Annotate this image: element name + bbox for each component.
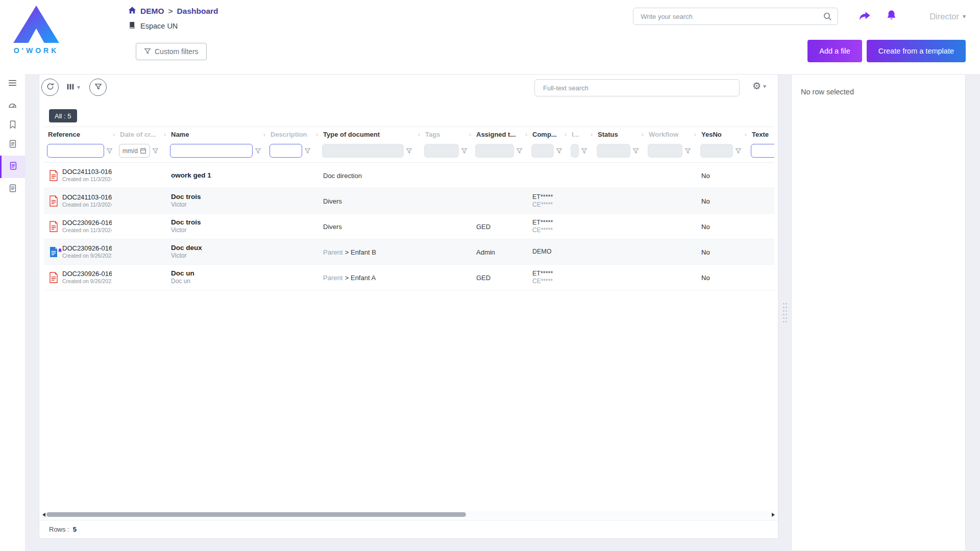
fulltext-search-input[interactable] [534, 79, 740, 96]
panel-resize-handle[interactable] [782, 302, 788, 323]
col-header-assigned[interactable]: Assigned t...› [472, 127, 528, 141]
assigned-cell [472, 163, 528, 188]
assigned-cell: GED [472, 214, 528, 239]
tags-filter-control[interactable] [424, 144, 459, 158]
filter-funnel-icon[interactable] [632, 147, 639, 154]
col-header-reference[interactable]: Reference› [44, 127, 116, 141]
user-role-menu[interactable]: Director ▾ [929, 12, 966, 21]
sidebar-item-dashboard[interactable] [0, 96, 25, 116]
type-filter-control[interactable] [322, 144, 404, 158]
sidebar-item-documents-active[interactable] [0, 156, 25, 178]
status-filter-control[interactable] [597, 144, 630, 158]
menu-toggle[interactable] [0, 74, 25, 93]
filter-funnel-icon[interactable] [406, 147, 412, 154]
notifications-button[interactable] [885, 9, 898, 23]
table-row[interactable]: DOC230926-01610-3 Created on 11/3/2024 1… [44, 214, 774, 239]
workspace-name: Espace UN [140, 22, 178, 30]
tab-all-count[interactable]: All : 5 [49, 109, 77, 122]
global-search-input[interactable] [633, 8, 838, 25]
custom-filters-label: Custom filters [155, 47, 199, 56]
alert-bell-icon [57, 246, 63, 256]
column-settings-button[interactable]: ▾ [64, 79, 82, 96]
home-icon[interactable] [128, 6, 136, 16]
created-date: Created on 11/3/2024 10:25:23 PM [62, 202, 112, 208]
col-header-yesno[interactable]: YesNo› [697, 127, 748, 141]
company-cell: ET*****CE***** [528, 188, 568, 214]
table-row[interactable]: DOC230926-01609-0 Created on 9/26/2023 3… [44, 239, 774, 265]
description-cell [266, 163, 319, 188]
col-header-texte[interactable]: Texte [748, 127, 774, 141]
name-cell: Doc troisVictor [167, 214, 266, 239]
scrollbar-thumb[interactable] [46, 512, 466, 517]
filter-funnel-icon[interactable] [684, 147, 691, 154]
create-from-template-button[interactable]: Create from a template [867, 40, 966, 62]
table-settings-button[interactable]: ⚙ ▾ [752, 80, 766, 92]
texte-cell [748, 265, 774, 290]
i-filter-control[interactable] [571, 144, 579, 158]
filters-button[interactable] [89, 79, 107, 96]
texte-filter-input[interactable] [751, 144, 774, 158]
description-filter-input[interactable] [270, 144, 302, 158]
rows-count: 5 [73, 525, 77, 533]
app-root: O'WORK DEMO > Dashboard Espace UN [0, 0, 980, 551]
breadcrumb-current[interactable]: Dashboard [177, 7, 218, 16]
yesno-cell: No [697, 265, 748, 290]
yesno-cell: No [697, 188, 748, 214]
company-cell: ET*****CE***** [528, 265, 568, 290]
scroll-left-arrow-icon[interactable] [42, 513, 45, 517]
filter-funnel-icon[interactable] [735, 147, 742, 154]
workflow-cell [645, 265, 697, 290]
top-header: O'WORK DEMO > Dashboard Espace UN [0, 0, 980, 74]
custom-filters-button[interactable]: Custom filters [136, 43, 207, 60]
reference-filter-input[interactable] [47, 144, 104, 158]
i-cell [568, 188, 594, 214]
col-header-company[interactable]: Comp...› [528, 127, 568, 141]
filter-funnel-icon[interactable] [516, 147, 523, 154]
yesno-cell: No [697, 163, 748, 188]
col-header-status[interactable]: Status› [594, 127, 645, 141]
share-button[interactable] [857, 9, 872, 24]
table-row[interactable]: DOC230926-01608-0 Created on 9/26/2023 3… [44, 265, 774, 290]
col-header-type[interactable]: Type of document› [319, 127, 421, 141]
company-filter-control[interactable] [531, 144, 554, 158]
assigned-filter-control[interactable] [475, 144, 514, 158]
filter-funnel-icon[interactable] [304, 147, 311, 154]
date-cell [116, 239, 167, 265]
refresh-button[interactable] [41, 79, 59, 96]
add-file-button[interactable]: Add a file [807, 40, 862, 62]
col-header-tags[interactable]: Tags› [421, 127, 472, 141]
filter-funnel-icon[interactable] [556, 147, 562, 154]
col-header-workflow[interactable]: Workflow› [645, 127, 697, 141]
filter-funnel-icon[interactable] [581, 147, 587, 154]
filter-funnel-icon[interactable] [255, 147, 261, 154]
table-row[interactable]: DOC241103-01627-0 Created on 11/3/2024 1… [44, 188, 774, 214]
sidebar-item-documents-1[interactable] [0, 135, 25, 155]
sidebar-item-bookmarks[interactable] [0, 116, 25, 135]
primary-actions: Add a file Create from a template [807, 40, 966, 62]
scroll-right-arrow-icon[interactable] [772, 513, 775, 517]
workspace-row: Espace UN [128, 21, 218, 31]
type-cell: Divers [319, 214, 421, 239]
texte-cell [748, 188, 774, 214]
table-row[interactable]: DOC241103-01635-0 Created on 11/3/2024 1… [44, 163, 774, 188]
col-header-description[interactable]: Description› [266, 127, 319, 141]
horizontal-scrollbar[interactable] [43, 511, 774, 518]
word-file-icon [49, 246, 58, 258]
col-header-name[interactable]: Name› [167, 127, 266, 141]
filter-funnel-icon[interactable] [106, 147, 113, 154]
breadcrumb-root[interactable]: DEMO [140, 7, 164, 16]
date-filter-input[interactable]: mm/d [119, 144, 150, 158]
hamburger-icon [8, 78, 17, 90]
filter-funnel-icon[interactable] [152, 147, 159, 154]
col-header-date[interactable]: Date of cr...› [116, 127, 167, 141]
name-filter-input[interactable] [170, 144, 253, 158]
col-header-i[interactable]: I...› [568, 127, 594, 141]
filter-funnel-icon[interactable] [461, 147, 468, 154]
workflow-filter-control[interactable] [648, 144, 682, 158]
app-logo[interactable]: O'WORK [8, 4, 64, 55]
sort-chevron-icon: › [263, 131, 265, 138]
yesno-filter-control[interactable] [700, 144, 733, 158]
company-cell [528, 163, 568, 188]
date-cell [116, 188, 167, 214]
sidebar-item-documents-2[interactable] [0, 180, 25, 199]
